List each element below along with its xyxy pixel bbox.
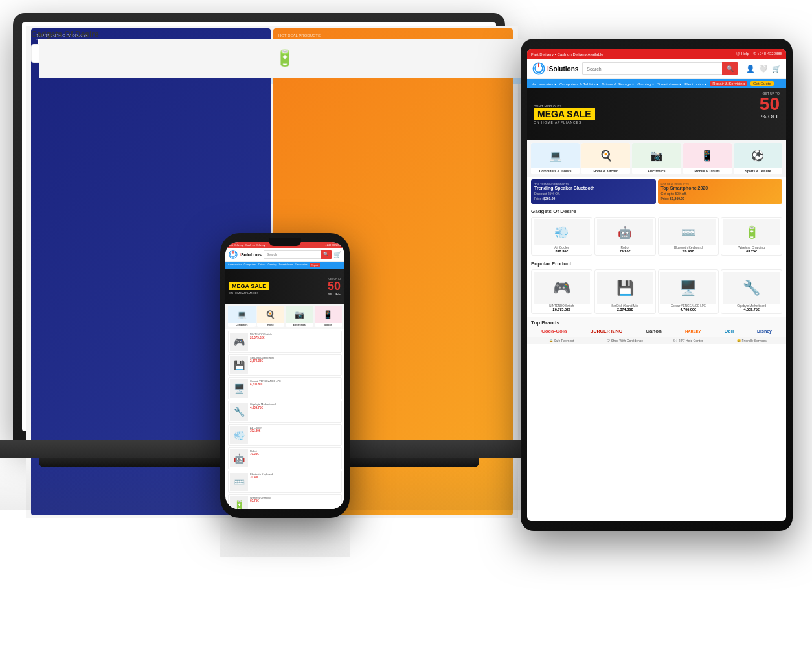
phone-product-2[interactable]: 🖥️ Corsair VENGEANCE LPX 4,706.80€ (228, 377, 342, 399)
tablet-search-button[interactable]: 🔍 (722, 62, 738, 75)
brand-burgerking: BURGER KING (590, 329, 622, 333)
tablet-topbar: Fast Delivery • Cash on Delivery Availab… (527, 49, 786, 59)
tablet-logo-icon (532, 62, 545, 75)
tablet-popular: Popular Product 🎮 NINTENDO Switch 26,675… (527, 258, 786, 317)
footer-payment: 🔒 Safe Payment (531, 339, 592, 342)
tablet-search[interactable]: 🔍 (582, 62, 738, 75)
phone-screen: Fast Delivery • Cash on Delivery +248 43… (225, 242, 344, 509)
phone-product-1[interactable]: 💾 SanDisk iXpand Mini 2,374.36€ (228, 354, 342, 376)
phone-body: Fast Delivery • Cash on Delivery +248 43… (220, 233, 350, 518)
tablet-search-input[interactable] (582, 62, 722, 75)
tablet-nav-computers[interactable]: Computers & Tablets ▾ (559, 82, 598, 86)
phone-product-7[interactable]: 🔋 Wireless Charging 63.75€ (228, 494, 342, 509)
tablet-brands: Top Brands Coca-Cola BURGER KING Canon H… (527, 317, 786, 337)
gadget-img-3: 🔋 (39, 39, 496, 78)
tablet-nav-electronics[interactable]: Electronics ▾ (684, 82, 706, 86)
tablet-nav-quote[interactable]: Get Quote (750, 81, 774, 86)
phone-product-4[interactable]: 💨 Air Cooler 392.30€ (228, 424, 342, 446)
brand-dell: Dell (724, 328, 734, 334)
tablet-screen: Fast Delivery • Cash on Delivery Availab… (527, 49, 786, 521)
tablet-popular-3[interactable]: 🔧 Gigabyte Motherboard 4,609.75€ (721, 269, 782, 314)
phone-cat-2[interactable]: 📷 Electronics (286, 306, 313, 327)
phone-cat-0[interactable]: 💻 Computers (228, 306, 256, 327)
phone-product-0[interactable]: 🎮 NINTENDO Switch 26,675.62€ (228, 331, 342, 353)
tablet-topbar-help: ⓪ Help (736, 51, 749, 57)
tablet-brands-title: Top Brands (531, 320, 782, 326)
phone-device: Fast Delivery • Cash on Delivery +248 43… (220, 233, 350, 518)
phone-nav-accessories[interactable]: Accessories (228, 263, 242, 267)
tablet-promos: Top Trending Products Trending Speaker B… (527, 177, 786, 206)
tablet-cart-icon[interactable]: 🛒 (772, 65, 781, 73)
tablet-get-up: GET UP TO 50 % OFF (760, 91, 780, 120)
tablet-topbar-phone: ✆ +248 4322888 (753, 51, 782, 57)
gadgets-title: Gadgets Of Desire (31, 30, 496, 39)
tablet-popular-1[interactable]: 💾 SanDisk iXpand Mini 2,374.36€ (594, 269, 656, 314)
phone-products: 🎮 NINTENDO Switch 26,675.62€ 💾 SanDisk i… (225, 329, 344, 509)
tablet-nav-smartphone[interactable]: Smartphone ▾ (657, 82, 681, 86)
tablet-mega-sale: MEGA SALE (534, 108, 595, 120)
phone-search-button[interactable]: 🔍 (321, 250, 332, 259)
phone-content: Fast Delivery • Cash on Delivery +248 43… (225, 242, 344, 509)
tablet-gadgets: Gadgets Of Desire 💨 Air Cooler 392.30€ 🤖… (527, 206, 786, 258)
tablet-wishlist-icon[interactable]: 🤍 (759, 65, 768, 73)
brand-disney: Disney (757, 329, 772, 333)
tablet-gadgets-grid: 💨 Air Cooler 392.30€ 🤖 Robot 79.26€ ⌨️ (531, 217, 782, 256)
tablet-cat-0[interactable]: 💻 Computers & Tablets (531, 143, 580, 174)
tablet-logo-text: iSolutions (547, 65, 578, 73)
phone-nav-repair[interactable]: Repair (310, 263, 320, 267)
tablet-gadgets-title: Gadgets Of Desire (531, 208, 782, 214)
tablet-footer: 🔒 Safe Payment 🛡 Shop With Confidence 💬 … (527, 337, 786, 344)
tablet-popular-title: Popular Product (531, 261, 782, 267)
phone-hero: MEGA SALE ON HOME APPLIANCES GET UP TO 5… (225, 269, 344, 304)
tablet-gadget-3[interactable]: 🔋 Wireless Charging 63.75€ (721, 217, 782, 256)
phone-reflection (220, 518, 350, 557)
brand-cocacola: Coca-Cola (541, 328, 567, 334)
phone-nav-gaming[interactable]: Gaming (267, 263, 276, 267)
tablet-cat-4[interactable]: ⚽ Sports & Leisure (734, 143, 782, 174)
phone-header: iSolutions 🔍 🛒 (225, 248, 344, 262)
tablet-nav-repair[interactable]: Repair & Servicing (710, 81, 747, 86)
phone-product-6[interactable]: ⌨️ Bluetooth Keyboard 70.40€ (228, 471, 342, 493)
phone-camera (269, 238, 301, 246)
scene: Fast Delivery • Cash on Delivery Availab… (0, 0, 812, 650)
tablet-popular-2[interactable]: 🖥️ Corsair VENGEANCE LPX 4,706.80€ (658, 269, 719, 314)
tablet-promo-1[interactable]: Hot Deal Products Top Smartphone 2020 Ge… (658, 179, 783, 204)
phone-search-input[interactable] (264, 250, 321, 259)
tablet-cat-1[interactable]: 🍳 Home & Kitchen (581, 143, 630, 174)
footer-confidence: 🛡 Shop With Confidence (594, 339, 655, 342)
phone-categories: 💻 Computers 🍳 Home 📷 Electronics 📱 (225, 304, 344, 329)
gadget-3[interactable]: 🔋 Wireless Charging 63.75€ (394, 44, 496, 63)
phone-cat-1[interactable]: 🍳 Home (257, 306, 285, 327)
tablet-popular-grid: 🎮 NINTENDO Switch 26,675.62€ 💾 SanDisk i… (531, 269, 782, 314)
phone-get-up: GET UP TO 50 % OFF (328, 278, 341, 296)
tablet-nav-drives[interactable]: Drives & Storage ▾ (602, 82, 634, 86)
tablet-content: Fast Delivery • Cash on Delivery Availab… (527, 49, 786, 521)
phone-hero-text: MEGA SALE ON HOME APPLIANCES (229, 279, 269, 295)
phone-product-list: 🎮 NINTENDO Switch 26,675.62€ 💾 SanDisk i… (228, 331, 342, 509)
brand-canon: Canon (646, 328, 662, 334)
tablet-gadget-0[interactable]: 💨 Air Cooler 392.30€ (531, 217, 592, 256)
tablet-categories: 💻 Computers & Tablets 🍳 Home & Kitchen 📷… (527, 140, 786, 177)
tablet-nav-accessories[interactable]: Accessories ▾ (532, 82, 556, 86)
tablet-logo: iSolutions (532, 62, 578, 75)
phone-cart-icon[interactable]: 🛒 (333, 251, 341, 258)
tablet-user-icon[interactable]: 👤 (746, 65, 755, 73)
tablet-topbar-left: Fast Delivery • Cash on Delivery Availab… (531, 52, 603, 56)
phone-product-5[interactable]: 🤖 Robot 79.26€ (228, 447, 342, 469)
tablet-nav: Accessories ▾ Computers & Tablets ▾ Driv… (527, 79, 786, 88)
phone-nav-smartphone[interactable]: Smartphone (278, 263, 293, 267)
tablet-promo-0[interactable]: Top Trending Products Trending Speaker B… (531, 179, 656, 204)
phone-cat-3[interactable]: 📱 Mobile (315, 306, 343, 327)
phone-nav-drives[interactable]: Drives (258, 263, 265, 267)
tablet-gadget-2[interactable]: ⌨️ Bluetooth Keyboard 70.40€ (658, 217, 719, 256)
tablet-popular-0[interactable]: 🎮 NINTENDO Switch 26,675.62€ (531, 269, 592, 314)
tablet-cat-3[interactable]: 📱 Mobile & Tablets (683, 143, 732, 174)
phone-product-3[interactable]: 🔧 Gigabyte Motherboard 4,609.75€ (228, 401, 342, 423)
phone-nav-computers[interactable]: Computers (244, 263, 257, 267)
phone-nav-electronics[interactable]: Electronics (295, 263, 308, 267)
tablet-cat-2[interactable]: 📷 Electronics (632, 143, 681, 174)
tablet-gadget-1[interactable]: 🤖 Robot 79.26€ (594, 217, 656, 256)
tablet-nav-gaming[interactable]: Gaming ▾ (637, 82, 654, 86)
phone-search[interactable]: 🔍 (264, 250, 332, 259)
phone-logo-icon (229, 250, 238, 259)
